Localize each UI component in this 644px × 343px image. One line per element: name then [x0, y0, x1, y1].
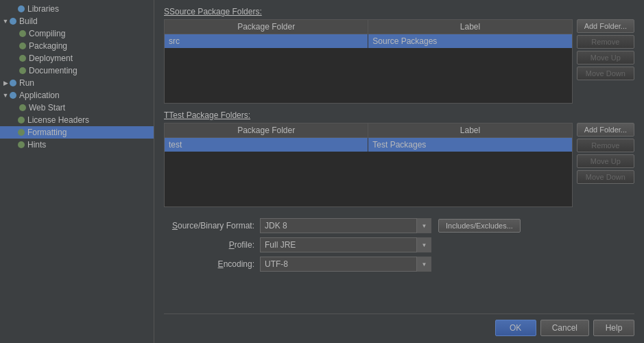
tree-dot-icon — [10, 18, 16, 25]
test-packages-empty-area — [165, 152, 572, 206]
sidebar: Libraries ▼ Build Compiling Packaging De… — [0, 0, 154, 343]
sidebar-item-application[interactable]: ▼ Application — [0, 89, 154, 102]
source-move-up-button[interactable]: Move Up — [577, 51, 634, 64]
sidebar-item-label: Libraries — [27, 4, 59, 14]
sidebar-item-documenting[interactable]: Documenting — [0, 64, 154, 77]
tree-arrow-build: ▼ — [1, 18, 10, 25]
sidebar-item-label: Packaging — [29, 41, 67, 51]
source-binary-select[interactable]: JDK 8 — [260, 218, 431, 233]
encoding-select-wrapper: UTF-8 — [260, 257, 431, 272]
source-cell-folder: src — [165, 34, 368, 48]
tree-arrow-application: ▼ — [1, 92, 10, 99]
source-col-package-folder: Package Folder — [165, 20, 368, 34]
sidebar-item-label: Deployment — [29, 54, 73, 63]
sidebar-item-build[interactable]: ▼ Build — [0, 15, 154, 27]
sidebar-item-label: Build — [19, 16, 38, 26]
tree-dot-icon — [18, 5, 25, 12]
sidebar-item-label: Compiling — [29, 29, 65, 38]
tree-dot-icon — [10, 92, 16, 99]
source-packages-title: SSource Package Folders: — [164, 7, 634, 16]
cancel-button[interactable]: Cancel — [540, 320, 589, 336]
test-packages-table: Package Folder Label test Test Packages — [164, 123, 573, 207]
source-packages-row[interactable]: src Source Packages — [165, 34, 572, 48]
test-cell-label: Test Packages — [368, 138, 571, 152]
source-packages-buttons: Add Folder... Remove Move Up Move Down — [577, 19, 634, 104]
test-packages-header: Package Folder Label — [165, 123, 572, 138]
source-binary-select-wrapper: JDK 8 — [260, 218, 431, 233]
sidebar-item-formatting[interactable]: Formatting — [0, 126, 154, 139]
sidebar-item-label: Documenting — [29, 66, 77, 75]
main-panel: SSource Package Folders: Package Folder … — [154, 0, 644, 343]
dialog-buttons: OK Cancel Help — [164, 314, 634, 336]
sidebar-item-license-headers[interactable]: License Headers — [0, 114, 154, 126]
tree-dot-icon — [18, 141, 25, 148]
encoding-row: Encoding: UTF-8 — [164, 257, 634, 272]
test-remove-button[interactable]: Remove — [577, 139, 634, 152]
sidebar-item-label: Run — [19, 78, 34, 88]
sidebar-item-hints[interactable]: Hints — [0, 139, 154, 151]
source-packages-area: Package Folder Label src Source Packages… — [164, 19, 634, 104]
tree-dot-icon — [19, 30, 26, 37]
test-col-label: Label — [368, 123, 571, 137]
sidebar-item-compiling[interactable]: Compiling — [0, 27, 154, 40]
sidebar-item-label: Web Start — [29, 103, 65, 113]
test-packages-buttons: Add Folder... Remove Move Up Move Down — [577, 123, 634, 207]
tree-dot-icon — [18, 117, 25, 123]
test-move-down-button[interactable]: Move Down — [577, 170, 634, 184]
source-col-label: Label — [368, 20, 571, 34]
help-button[interactable]: Help — [593, 320, 634, 336]
tree-arrow-run: ▶ — [1, 80, 10, 86]
source-move-down-button[interactable]: Move Down — [577, 67, 634, 80]
sidebar-item-web-start[interactable]: Web Start — [0, 102, 154, 114]
source-packages-header: Package Folder Label — [165, 20, 572, 34]
test-col-package-folder: Package Folder — [165, 123, 368, 137]
tree-dot-icon — [19, 67, 26, 74]
sidebar-item-run[interactable]: ▶ Run — [0, 77, 154, 89]
encoding-label: Encoding: — [164, 259, 260, 269]
sidebar-item-label: Formatting — [27, 128, 67, 137]
test-packages-title: TTest Package Folders: — [164, 110, 634, 120]
test-cell-folder: test — [165, 138, 368, 152]
tree-dot-icon — [19, 43, 26, 49]
test-packages-area: Package Folder Label test Test Packages … — [164, 123, 634, 207]
test-move-up-button[interactable]: Move Up — [577, 154, 634, 168]
tree-dot-icon — [10, 80, 16, 86]
ok-button[interactable]: OK — [495, 320, 536, 336]
sidebar-item-deployment[interactable]: Deployment — [0, 52, 154, 64]
source-packages-empty-area — [165, 48, 572, 103]
source-binary-row: Source/Binary Format: JDK 8 Includes/Exc… — [164, 218, 634, 233]
test-packages-row[interactable]: test Test Packages — [165, 138, 572, 152]
sidebar-item-label: Application — [19, 91, 60, 100]
sidebar-item-packaging[interactable]: Packaging — [0, 40, 154, 52]
source-binary-label: Source/Binary Format: — [164, 221, 260, 230]
sidebar-item-label: Hints — [27, 140, 46, 150]
sidebar-item-label: License Headers — [27, 115, 89, 125]
profile-row: Profile: Full JRE — [164, 237, 634, 252]
source-remove-button[interactable]: Remove — [577, 35, 634, 49]
encoding-select[interactable]: UTF-8 — [260, 257, 431, 272]
sidebar-item-libraries[interactable]: Libraries — [0, 3, 154, 15]
source-add-folder-button[interactable]: Add Folder... — [577, 19, 634, 33]
profile-select[interactable]: Full JRE — [260, 237, 431, 252]
tree-dot-icon — [19, 104, 26, 111]
tree-dot-icon — [18, 129, 25, 136]
test-add-folder-button[interactable]: Add Folder... — [577, 123, 634, 137]
source-packages-table: Package Folder Label src Source Packages — [164, 19, 573, 104]
tree-dot-icon — [19, 55, 26, 62]
profile-select-wrapper: Full JRE — [260, 237, 431, 252]
profile-label: Profile: — [164, 240, 260, 250]
source-cell-label: Source Packages — [368, 34, 571, 48]
includes-excludes-button[interactable]: Includes/Excludes... — [438, 219, 521, 233]
